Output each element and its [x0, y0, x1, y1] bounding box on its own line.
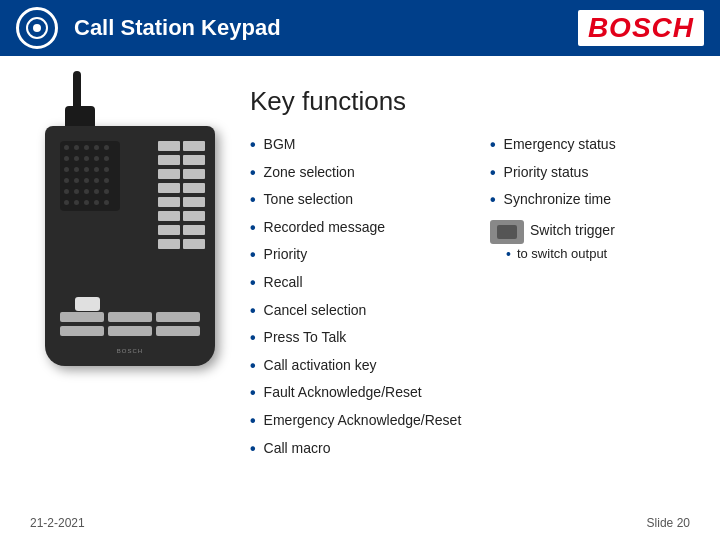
- bullet-icon: •: [250, 273, 256, 292]
- bullet-icon: •: [250, 135, 256, 154]
- item-text: Emergency status: [504, 135, 616, 155]
- page-title: Call Station Keypad: [74, 15, 578, 41]
- item-text: Cancel selection: [264, 301, 367, 321]
- content-area: Key functions • BGM • Zone selection • T…: [250, 86, 690, 520]
- device-top: [65, 106, 95, 126]
- bullet-icon: •: [250, 245, 256, 264]
- bullet-icon: •: [250, 356, 256, 375]
- bullet-icon: •: [250, 163, 256, 182]
- bosch-brand-logo: BOSCH: [578, 10, 704, 46]
- right-column: • Emergency status • Priority status • S…: [490, 135, 690, 520]
- list-item: • Fault Acknowledge/Reset: [250, 383, 470, 403]
- footer: 21-2-2021 Slide 20: [30, 516, 690, 530]
- item-text: Priority status: [504, 163, 589, 183]
- device-cable: [73, 71, 81, 111]
- device-image: BOSCH: [45, 126, 215, 366]
- switch-trigger-label: Switch trigger: [530, 222, 615, 238]
- list-item: • Recall: [250, 273, 470, 293]
- item-text: Emergency Acknowledge/Reset: [264, 411, 462, 431]
- device-speaker: [60, 141, 120, 211]
- list-item: • Press To Talk: [250, 328, 470, 348]
- main-content: BOSCH Key functions • BGM • Zone selecti…: [0, 56, 720, 540]
- device-small-button: [75, 297, 100, 311]
- list-item: • Priority: [250, 245, 470, 265]
- bullet-icon: •: [490, 190, 496, 209]
- footer-slide-info: Slide 20: [647, 516, 690, 530]
- bullet-icon: •: [250, 383, 256, 402]
- list-item: • Call macro: [250, 439, 470, 459]
- list-item: • Zone selection: [250, 163, 470, 183]
- device-bottom-keys: [60, 312, 200, 336]
- left-column: • BGM • Zone selection • Tone selection …: [250, 135, 490, 520]
- switch-trigger-icon: [490, 220, 524, 244]
- bullet-icon: •: [250, 328, 256, 347]
- footer-date: 21-2-2021: [30, 516, 85, 530]
- list-item: • Recorded message: [250, 218, 470, 238]
- list-item: • Priority status: [490, 163, 690, 183]
- item-text: Press To Talk: [264, 328, 347, 348]
- section-title: Key functions: [250, 86, 690, 117]
- slide-number: 20: [677, 516, 690, 530]
- header: Call Station Keypad BOSCH: [0, 0, 720, 56]
- item-text: BGM: [264, 135, 296, 155]
- bullet-icon: •: [250, 439, 256, 458]
- list-item: • Emergency Acknowledge/Reset: [250, 411, 470, 431]
- bullet-icon: •: [250, 411, 256, 430]
- switch-icon-inner: [497, 225, 517, 239]
- item-text: Recorded message: [264, 218, 385, 238]
- switch-trigger-row: Switch trigger • to switch output: [490, 218, 690, 262]
- sub-bullet-icon: •: [506, 246, 511, 262]
- device-brand-label: BOSCH: [117, 348, 143, 354]
- sub-list-item: • to switch output: [506, 246, 690, 262]
- list-item: • Cancel selection: [250, 301, 470, 321]
- key-functions-columns: • BGM • Zone selection • Tone selection …: [250, 135, 690, 520]
- sub-item-text: to switch output: [517, 246, 607, 261]
- bullet-icon: •: [490, 163, 496, 182]
- device-keypad: [158, 141, 205, 249]
- item-text: Zone selection: [264, 163, 355, 183]
- item-text: Call activation key: [264, 356, 377, 376]
- item-text: Call macro: [264, 439, 331, 459]
- sub-bullet-list: • to switch output: [506, 246, 690, 262]
- list-item: • Call activation key: [250, 356, 470, 376]
- bullet-icon: •: [250, 301, 256, 320]
- bullet-icon: •: [250, 190, 256, 209]
- device-image-area: BOSCH: [30, 86, 230, 520]
- item-text: Tone selection: [264, 190, 354, 210]
- list-item: • Synchronize time: [490, 190, 690, 210]
- slide-label: Slide: [647, 516, 674, 530]
- list-item: • Emergency status: [490, 135, 690, 155]
- list-item: • BGM: [250, 135, 470, 155]
- item-text: Fault Acknowledge/Reset: [264, 383, 422, 403]
- item-text: Priority: [264, 245, 308, 265]
- bullet-icon: •: [490, 135, 496, 154]
- bullet-icon: •: [250, 218, 256, 237]
- item-text: Synchronize time: [504, 190, 611, 210]
- item-text: Recall: [264, 273, 303, 293]
- bosch-logo-inner: [26, 17, 48, 39]
- bosch-logo-circle: [16, 7, 58, 49]
- list-item: • Tone selection: [250, 190, 470, 210]
